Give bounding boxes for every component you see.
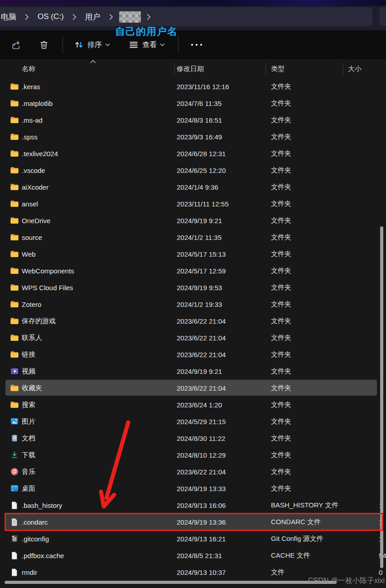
address-bar: 电脑 OS (C:) 用户 — [0, 6, 386, 30]
chevron-down-icon — [160, 43, 165, 47]
file-row[interactable]: WebComponents 2024/5/17 12:59 文件夹 — [0, 262, 386, 279]
more-options-button[interactable] — [186, 36, 207, 54]
file-row[interactable]: ansel 2023/11/11 12:55 文件夹 — [0, 195, 386, 212]
file-row[interactable]: 图片 2024/5/29 21:15 文件夹 — [0, 413, 386, 430]
breadcrumb-item-drive[interactable]: OS (C:) — [35, 10, 67, 23]
file-type-icon — [10, 283, 19, 292]
delete-button[interactable] — [34, 36, 53, 54]
file-type-icon — [10, 450, 19, 459]
breadcrumb-item-users[interactable]: 用户 — [82, 10, 103, 24]
file-date-modified: 2024/6/25 12:20 — [177, 166, 226, 174]
file-row[interactable]: 文档 2024/8/30 11:22 文件夹 — [0, 430, 386, 446]
share-icon — [10, 39, 22, 51]
file-row[interactable]: .texlive2024 2024/6/28 12:31 文件夹 — [0, 145, 386, 162]
file-row[interactable]: OneDrive 2024/9/19 9:21 文件夹 — [0, 212, 386, 229]
file-row[interactable]: .vscode 2024/6/25 12:20 文件夹 — [0, 162, 386, 178]
file-type-icon — [10, 316, 19, 325]
chevron-right-icon — [109, 14, 113, 20]
file-row[interactable]: .gitconfig 2024/9/13 16:21 Git Config 源文… — [0, 530, 386, 547]
file-type-icon — [10, 300, 19, 309]
file-type-icon — [10, 568, 19, 577]
file-type-icon — [10, 484, 19, 493]
file-row[interactable]: 视频 2024/9/19 9:21 文件夹 — [0, 363, 386, 379]
file-date-modified: 2023/6/22 21:04 — [177, 350, 226, 358]
file-row[interactable]: WPS Cloud Files 2024/9/19 9:53 文件夹 — [0, 279, 386, 296]
file-date-modified: 2023/6/22 21:04 — [177, 317, 226, 325]
file-row[interactable]: aiXcoder 2024/1/4 9:36 文件夹 — [0, 178, 386, 195]
file-row[interactable]: .ms-ad 2024/8/3 16:51 文件夹 — [0, 111, 386, 128]
file-name: aiXcoder — [22, 183, 48, 191]
file-type: 文件夹 — [271, 249, 291, 258]
file-type-icon — [10, 82, 19, 91]
file-row[interactable]: .keras 2023/11/16 12:16 文件夹 — [0, 78, 386, 95]
breadcrumb-item-username-blurred[interactable] — [119, 11, 141, 23]
file-row[interactable]: 联系人 2023/6/22 21:04 文件夹 — [0, 329, 386, 346]
file-type-icon — [10, 333, 19, 342]
file-type: CONDARC 文件 — [271, 517, 321, 526]
column-divider[interactable] — [174, 63, 175, 75]
file-name: .condarc — [22, 518, 48, 526]
file-name: .spss — [22, 133, 38, 140]
file-name: .texlive2024 — [22, 149, 58, 157]
file-row[interactable]: .matplotlib 2024/7/6 11:35 文件夹 — [0, 95, 386, 111]
file-date-modified: 2024/9/19 9:53 — [177, 283, 222, 291]
file-type-icon — [10, 132, 19, 141]
file-date-modified: 2024/8/3 16:51 — [177, 116, 222, 124]
file-name: source — [22, 233, 42, 241]
file-row[interactable]: Web 2024/5/17 15:13 文件夹 — [0, 245, 386, 262]
file-row[interactable]: 收藏夹 2023/6/22 21:04 文件夹 — [0, 379, 386, 396]
file-type-icon — [10, 467, 19, 476]
file-type-icon — [10, 199, 19, 208]
file-type-icon — [10, 149, 19, 158]
vertical-scrollbar-thumb[interactable] — [380, 226, 383, 568]
file-date-modified: 2024/9/13 16:06 — [177, 501, 226, 509]
column-divider[interactable] — [343, 63, 343, 75]
file-date-modified: 2024/8/10 12:29 — [177, 451, 226, 459]
file-date-modified: 2023/11/16 12:16 — [177, 82, 229, 90]
sort-label: 排序 — [87, 40, 102, 50]
file-name: .keras — [22, 82, 40, 90]
file-row[interactable]: .spss 2023/9/3 16:49 文件夹 — [0, 128, 386, 145]
file-row[interactable]: source 2024/1/2 11:35 文件夹 — [0, 229, 386, 245]
view-button[interactable]: 查看 — [124, 36, 169, 54]
file-row[interactable]: Zotero 2024/1/2 19:33 文件夹 — [0, 296, 386, 312]
file-name: 搜索 — [22, 400, 35, 409]
file-date-modified: 2024/1/2 11:35 — [177, 233, 222, 241]
file-type: 文件夹 — [271, 266, 291, 275]
file-row[interactable]: 下载 2024/8/10 12:29 文件夹 — [0, 446, 386, 463]
file-type: 文件夹 — [271, 132, 291, 141]
breadcrumb-item-computer[interactable]: 电脑 — [0, 10, 19, 24]
column-header-date-modified[interactable]: 修改日期 — [177, 65, 204, 73]
username-annotation: 自己的用户名 — [115, 25, 178, 38]
file-type-icon — [10, 350, 19, 359]
file-row[interactable]: 保存的游戏 2023/6/22 21:04 文件夹 — [0, 312, 386, 329]
file-type-icon — [10, 517, 19, 526]
file-row[interactable]: 链接 2023/6/22 21:04 文件夹 — [0, 346, 386, 363]
file-name: .pdfbox.cache — [22, 551, 64, 559]
file-row[interactable]: .bash_history 2024/9/13 16:06 BASH_HISTO… — [0, 497, 386, 513]
file-row[interactable]: .pdfbox.cache 2024/8/5 21:31 CACHE 文件 54 — [0, 547, 386, 564]
horizontal-scrollbar-thumb[interactable] — [5, 581, 337, 584]
sort-icon — [73, 39, 84, 50]
column-header-size[interactable]: 大小 — [348, 65, 362, 73]
sort-ascending-icon — [90, 60, 96, 63]
file-row[interactable]: 桌面 2024/9/19 13:33 文件夹 — [0, 480, 386, 497]
toolbar-separator — [63, 36, 63, 54]
share-button[interactable] — [6, 35, 26, 54]
file-size: 0 — [379, 568, 382, 576]
file-type-icon — [10, 166, 19, 175]
file-type: 文件夹 — [271, 400, 291, 409]
file-row[interactable]: 搜索 2023/6/24 1:20 文件夹 — [0, 396, 386, 413]
file-type: 文件夹 — [271, 283, 291, 292]
file-row[interactable]: .condarc 2024/9/19 13:36 CONDARC 文件 1 — [0, 513, 386, 530]
column-divider[interactable] — [265, 63, 266, 75]
sort-button[interactable]: 排序 — [69, 36, 114, 54]
file-date-modified: 2024/8/30 11:22 — [177, 434, 225, 442]
address-pill-fragment — [379, 7, 386, 26]
file-name: .vscode — [22, 166, 45, 174]
file-type-icon — [10, 266, 19, 275]
file-explorer-window: 电脑 OS (C:) 用户 自己的用户名 — [0, 0, 386, 588]
column-header-type[interactable]: 类型 — [271, 65, 285, 73]
column-header-name[interactable]: 名称 — [22, 65, 35, 73]
file-row[interactable]: 音乐 2023/6/22 21:04 文件夹 — [0, 463, 386, 480]
